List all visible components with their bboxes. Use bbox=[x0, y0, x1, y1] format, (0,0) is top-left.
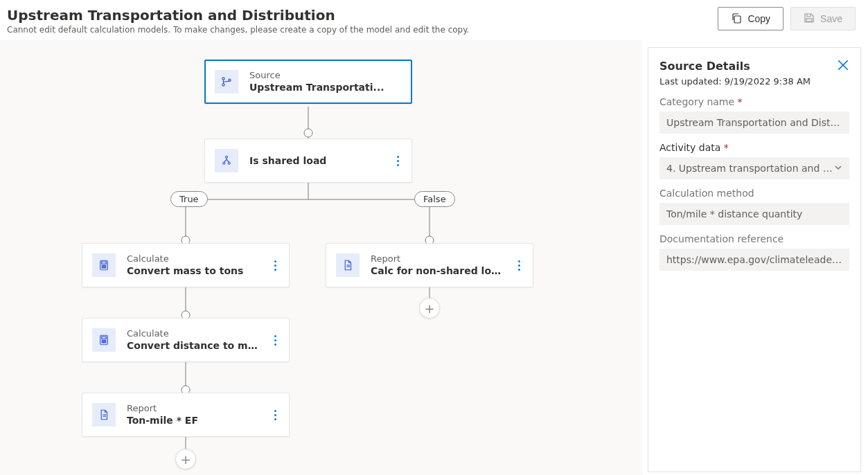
panel-title: Source Details bbox=[659, 60, 750, 73]
node-title: Calc for non-shared load bbox=[371, 265, 504, 277]
add-node-button[interactable]: + bbox=[419, 298, 440, 319]
updated-value: 9/19/2022 9:38 AM bbox=[725, 76, 811, 87]
svg-point-33 bbox=[103, 340, 104, 341]
node-labels: Report Calc for non-shared load bbox=[371, 253, 504, 277]
field-value: https://www.epa.gov/climateleadership/sc… bbox=[666, 254, 842, 265]
node-report-nonshared[interactable]: Report Calc for non-shared load bbox=[326, 243, 533, 287]
calculator-icon bbox=[92, 253, 116, 277]
field-value: Ton/mile * distance quantity bbox=[666, 208, 802, 219]
svg-point-20 bbox=[223, 162, 225, 164]
svg-point-28 bbox=[103, 267, 104, 268]
node-labels: Calculate Convert distance to mi... bbox=[127, 328, 260, 352]
node-kicker: Report bbox=[371, 253, 504, 265]
field-method: Ton/mile * distance quantity bbox=[659, 203, 849, 225]
close-icon bbox=[837, 62, 849, 73]
svg-point-21 bbox=[228, 162, 230, 164]
svg-point-24 bbox=[102, 265, 103, 266]
node-more-button[interactable] bbox=[394, 156, 402, 166]
node-kicker: Report bbox=[127, 403, 260, 414]
svg-rect-31 bbox=[102, 337, 107, 339]
node-title: Ton-mile * EF bbox=[127, 414, 260, 427]
field-label-activity: Activity data bbox=[659, 142, 849, 153]
page-subtitle: Cannot edit default calculation models. … bbox=[7, 25, 469, 35]
field-label-category: Category name bbox=[659, 96, 849, 107]
flow-canvas[interactable]: Source Upstream Transportati... Is share… bbox=[0, 40, 643, 475]
add-node-button[interactable]: + bbox=[175, 449, 196, 469]
svg-point-26 bbox=[105, 265, 106, 266]
svg-point-25 bbox=[103, 265, 104, 266]
panel-close-button[interactable] bbox=[837, 59, 849, 73]
svg-point-37 bbox=[105, 342, 106, 343]
svg-point-3 bbox=[304, 129, 312, 137]
svg-point-16 bbox=[222, 78, 224, 80]
node-title: Convert mass to tons bbox=[127, 265, 260, 277]
node-more-button[interactable] bbox=[272, 335, 279, 346]
field-value: 4. Upstream transportation and distribut… bbox=[666, 163, 834, 174]
copy-icon bbox=[731, 12, 742, 26]
updated-label: Last updated: bbox=[659, 76, 725, 87]
copy-button[interactable]: Copy bbox=[718, 7, 783, 30]
node-labels: Source Upstream Transportati... bbox=[249, 70, 402, 93]
field-activity[interactable]: 4. Upstream transportation and distribut… bbox=[659, 157, 849, 179]
calculator-icon bbox=[92, 328, 116, 352]
branch-label-false: False bbox=[414, 191, 455, 207]
save-button-label: Save bbox=[820, 13, 842, 24]
node-calc-mass[interactable]: Calculate Convert mass to tons bbox=[82, 243, 290, 287]
header-text: Upstream Transportation and Distribution… bbox=[7, 7, 469, 35]
node-labels: Is shared load bbox=[249, 154, 383, 167]
svg-point-27 bbox=[102, 267, 103, 268]
svg-point-19 bbox=[226, 156, 228, 158]
node-more-button[interactable] bbox=[272, 410, 279, 420]
node-title: Upstream Transportati... bbox=[249, 81, 402, 93]
svg-point-35 bbox=[102, 342, 103, 343]
node-condition[interactable]: Is shared load bbox=[204, 138, 412, 183]
branch-label-true: True bbox=[170, 191, 208, 207]
svg-point-36 bbox=[103, 342, 104, 343]
svg-rect-0 bbox=[734, 16, 741, 23]
node-source[interactable]: Source Upstream Transportati... bbox=[204, 60, 412, 104]
save-button: Save bbox=[790, 7, 856, 30]
svg-point-17 bbox=[222, 84, 224, 86]
field-value: Upstream Transportation and Distribution bbox=[666, 117, 842, 128]
node-more-button[interactable] bbox=[515, 260, 523, 271]
details-panel: Source Details Last updated: 9/19/2022 9… bbox=[648, 47, 861, 472]
field-label-method: Calculation method bbox=[659, 188, 849, 199]
svg-rect-1 bbox=[806, 19, 812, 21]
node-kicker: Calculate bbox=[127, 253, 260, 265]
save-icon bbox=[804, 12, 815, 26]
git-branch-icon bbox=[215, 70, 238, 93]
node-title: Convert distance to mi... bbox=[127, 339, 260, 352]
node-title: Is shared load bbox=[249, 154, 383, 167]
svg-point-29 bbox=[105, 267, 106, 268]
panel-updated: Last updated: 9/19/2022 9:38 AM bbox=[659, 76, 849, 87]
svg-point-32 bbox=[102, 340, 103, 341]
node-kicker: Calculate bbox=[127, 328, 260, 339]
field-doc: https://www.epa.gov/climateleadership/sc… bbox=[659, 249, 849, 271]
node-report-tonmile[interactable]: Report Ton-mile * EF bbox=[82, 393, 290, 437]
node-kicker: Source bbox=[249, 70, 402, 81]
decision-icon bbox=[215, 149, 238, 172]
svg-point-34 bbox=[105, 340, 106, 341]
copy-button-label: Copy bbox=[747, 13, 770, 24]
page-title: Upstream Transportation and Distribution bbox=[7, 7, 469, 24]
node-more-button[interactable] bbox=[272, 260, 279, 271]
page-header: Upstream Transportation and Distribution… bbox=[0, 0, 868, 35]
chevron-down-icon bbox=[834, 163, 842, 174]
field-label-doc: Documentation reference bbox=[659, 233, 849, 244]
document-icon bbox=[92, 403, 116, 427]
document-icon bbox=[336, 253, 360, 277]
node-calc-distance[interactable]: Calculate Convert distance to mi... bbox=[82, 318, 290, 362]
field-category: Upstream Transportation and Distribution bbox=[659, 111, 849, 134]
svg-rect-23 bbox=[102, 262, 107, 264]
node-labels: Report Ton-mile * EF bbox=[127, 403, 260, 427]
header-actions: Copy Save bbox=[718, 7, 856, 30]
node-labels: Calculate Convert mass to tons bbox=[127, 253, 260, 277]
